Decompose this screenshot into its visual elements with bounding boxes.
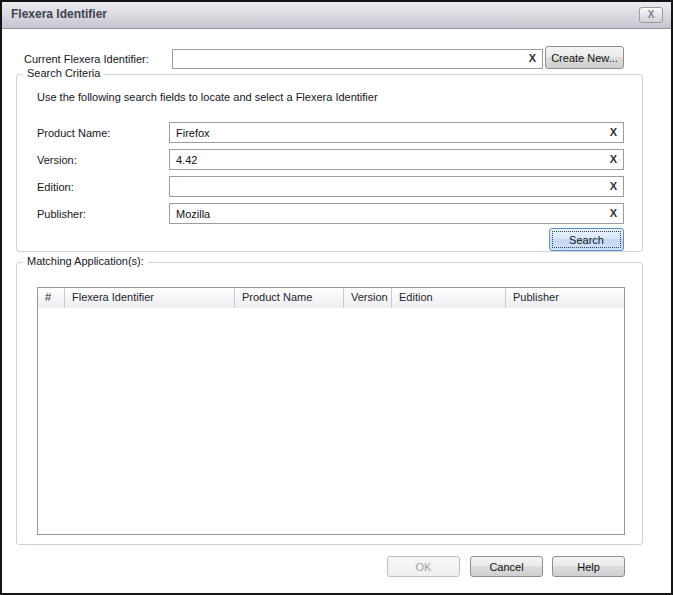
edition-input[interactable] [170, 177, 623, 196]
close-icon[interactable]: X [639, 7, 663, 23]
publisher-field-wrap: X [169, 203, 624, 224]
table-header-row: # Flexera Identifier Product Name Versio… [38, 288, 624, 309]
flexera-identifier-dialog: Flexera Identifier X Current Flexera Ide… [0, 0, 673, 595]
publisher-label: Publisher: [37, 208, 86, 220]
product-name-input[interactable] [170, 123, 623, 142]
column-header-publisher[interactable]: Publisher [506, 288, 624, 308]
ok-button: OK [387, 556, 460, 577]
cancel-button[interactable]: Cancel [470, 556, 543, 577]
product-name-field-wrap: X [169, 122, 624, 143]
current-identifier-label: Current Flexera Identifier: [24, 53, 149, 65]
column-header-flexera-identifier[interactable]: Flexera Identifier [65, 288, 235, 308]
matching-applications-group: Matching Application(s): # Flexera Ident… [16, 262, 643, 545]
column-header-edition[interactable]: Edition [392, 288, 506, 308]
edition-label: Edition: [37, 181, 74, 193]
current-identifier-field-wrap: X [172, 49, 543, 69]
version-label: Version: [37, 154, 77, 166]
publisher-input[interactable] [170, 204, 623, 223]
search-criteria-legend: Search Criteria [23, 67, 104, 79]
clear-icon[interactable]: X [610, 181, 617, 192]
table-body-empty [38, 308, 624, 534]
current-identifier-input[interactable] [173, 50, 542, 68]
version-input[interactable] [170, 150, 623, 169]
search-instruction: Use the following search fields to locat… [37, 91, 378, 103]
product-name-label: Product Name: [37, 127, 110, 139]
search-criteria-group: Search Criteria Use the following search… [16, 74, 643, 252]
clear-icon[interactable]: X [610, 208, 617, 219]
help-button[interactable]: Help [552, 556, 625, 577]
title-bar: Flexera Identifier X [2, 2, 671, 29]
version-field-wrap: X [169, 149, 624, 170]
clear-icon[interactable]: X [610, 154, 617, 165]
search-button[interactable]: Search [549, 228, 624, 251]
matching-applications-table[interactable]: # Flexera Identifier Product Name Versio… [37, 287, 625, 535]
clear-icon[interactable]: X [610, 127, 617, 138]
matching-applications-legend: Matching Application(s): [23, 255, 148, 267]
clear-icon[interactable]: X [529, 53, 536, 64]
edition-field-wrap: X [169, 176, 624, 197]
column-header-number[interactable]: # [38, 288, 65, 308]
column-header-version[interactable]: Version [344, 288, 392, 308]
create-new-button[interactable]: Create New... [545, 46, 624, 69]
column-header-product-name[interactable]: Product Name [235, 288, 344, 308]
window-title: Flexera Identifier [11, 7, 107, 21]
